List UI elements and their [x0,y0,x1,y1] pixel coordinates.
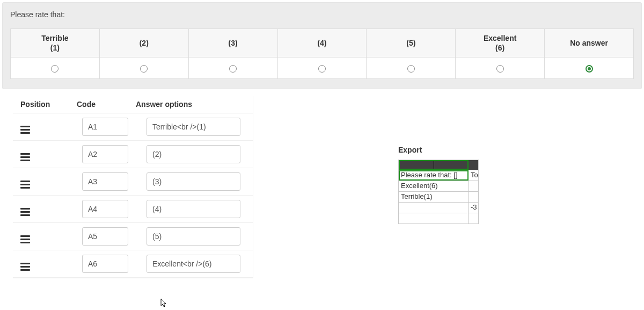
rating-col-5: (5) [367,29,456,57]
drag-handle-icon[interactable] [20,208,32,216]
answer-editor: Position Code Answer options [13,96,253,278]
editor-header: Position Code Answer options [13,96,253,113]
rating-col-2: (2) [99,29,188,57]
sheet-cell-b[interactable]: To [469,170,478,181]
radio-4[interactable] [318,65,326,73]
answer-input[interactable] [147,145,240,163]
editor-row [13,168,253,196]
rating-col-2-label2: (2) [140,39,149,47]
rating-title: Please rate that: [10,10,634,19]
lower-row: Position Code Answer options Export Plea… [0,89,644,278]
code-input[interactable] [82,255,128,273]
radio-noanswer[interactable] [586,65,593,73]
drag-handle-icon[interactable] [20,153,32,161]
rating-col-noanswer: No answer [545,29,634,57]
radio-5[interactable] [407,65,415,73]
answer-input[interactable] [147,172,240,191]
header-position: Position [20,100,77,109]
sheet-cell-b[interactable] [469,192,478,202]
rating-col-noanswer-label: No answer [570,39,608,47]
rating-col-4: (4) [277,29,367,57]
sheet-cell-a[interactable] [399,213,469,224]
answer-input[interactable] [147,227,240,246]
editor-row [13,113,253,141]
sheet-header-a[interactable] [399,160,469,170]
rating-col-1-label1: Terrible [41,34,68,42]
sheet-row[interactable]: Please rate that: []To [399,170,478,181]
rating-col-3: (3) [188,29,277,57]
sheet-cell-b[interactable] [469,181,478,191]
sheet-cell-b[interactable] [469,213,478,224]
export-sheet[interactable]: Please rate that: []ToExcellent(6)Terrib… [398,160,479,224]
code-input[interactable] [82,227,128,246]
rating-col-6-label2: (6) [495,44,504,52]
radio-3[interactable] [229,65,237,73]
sheet-cell-a[interactable]: Excellent(6) [399,181,469,191]
rating-col-3-label2: (3) [229,39,238,47]
rating-header-row: Terrible (1) (2) (3) (4) (5) Excellent ( [11,29,634,57]
drag-handle-icon[interactable] [20,263,32,271]
drag-handle-icon[interactable] [20,235,32,243]
export-title: Export [398,146,479,154]
rating-panel: Please rate that: Terrible (1) (2) (3) (… [2,2,642,89]
drag-handle-icon[interactable] [20,181,32,189]
code-input[interactable] [82,145,128,163]
editor-row [13,250,253,278]
code-input[interactable] [82,118,128,136]
editor-row [13,141,253,168]
sheet-row[interactable]: -3 [399,202,478,213]
sheet-cell-a[interactable] [399,203,469,213]
sheet-header-b[interactable] [469,160,478,170]
answer-input[interactable] [147,200,240,218]
sheet-row[interactable]: Excellent(6) [399,181,478,191]
cursor-icon [160,298,167,308]
radio-6[interactable] [496,65,504,73]
editor-row [13,196,253,223]
answer-input[interactable] [147,255,240,273]
radio-2[interactable] [140,65,148,73]
editor-rows [13,113,253,278]
sheet-header [399,160,478,170]
sheet-cell-b[interactable]: -3 [469,203,478,213]
header-answer: Answer options [136,100,245,109]
sheet-row[interactable]: Terrible(1) [399,191,478,202]
rating-col-6: Excellent (6) [456,29,545,57]
header-code: Code [77,100,136,109]
rating-radio-row [11,57,634,79]
editor-row [13,223,253,250]
rating-col-5-label2: (5) [406,39,415,47]
rating-col-1: Terrible (1) [11,29,100,57]
sheet-row[interactable] [399,213,478,224]
sheet-cell-a[interactable]: Terrible(1) [399,192,469,202]
rating-table: Terrible (1) (2) (3) (4) (5) Excellent ( [10,28,634,79]
code-input[interactable] [82,172,128,191]
radio-1[interactable] [51,65,58,73]
rating-col-1-label2: (1) [50,44,60,52]
sheet-cell-a[interactable]: Please rate that: [] [399,170,469,181]
rating-col-6-label1: Excellent [484,34,516,42]
answer-input[interactable] [147,118,240,136]
export-panel: Export Please rate that: []ToExcellent(6… [398,146,479,224]
code-input[interactable] [82,200,128,218]
rating-col-4-label2: (4) [317,39,326,47]
drag-handle-icon[interactable] [20,126,32,134]
